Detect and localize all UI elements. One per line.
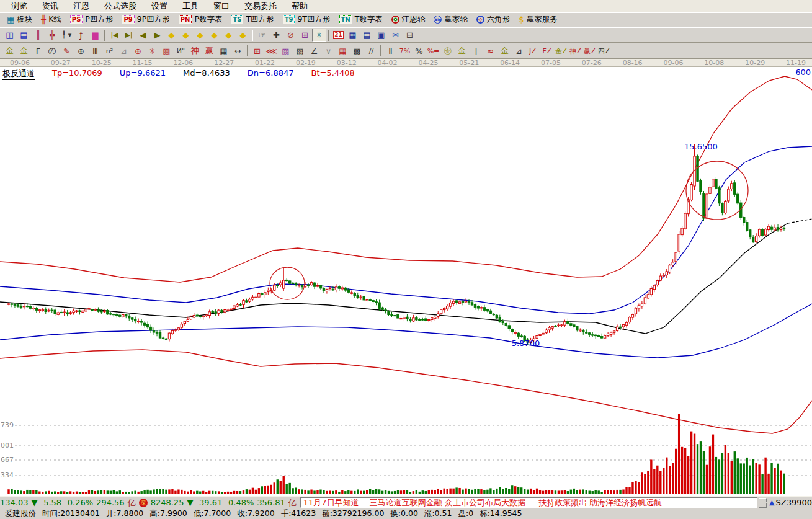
hspan-icon[interactable]: ↔ bbox=[231, 45, 245, 58]
winner-service-button[interactable]: $赢家服务 bbox=[514, 13, 561, 26]
diamond-expand-icon[interactable]: ◆ bbox=[221, 29, 236, 42]
menu-item-8[interactable]: 帮助 bbox=[284, 0, 315, 13]
square-web-icon[interactable]: ▩ bbox=[159, 45, 174, 58]
gold-circle-icon[interactable]: ㊎ bbox=[440, 45, 455, 58]
formula-manager-icon[interactable]: ƒ bbox=[74, 29, 88, 42]
menu-item-1[interactable]: 资讯 bbox=[35, 0, 66, 13]
next-bar-icon[interactable]: ▶ bbox=[150, 29, 164, 42]
gann-frame-icon[interactable]: ⊞ bbox=[298, 29, 312, 42]
sector-button[interactable]: ▦板块 bbox=[2, 13, 37, 26]
angle-l-icon[interactable]: ⊿ bbox=[512, 45, 526, 58]
chart-pane[interactable]: 极反通道 Tp=10.7069Up=9.6621Md=8.4633Dn=6.88… bbox=[0, 67, 812, 496]
menu-item-0[interactable]: 浏览 bbox=[4, 0, 35, 13]
scale-candles-icon[interactable]: Ⅱ bbox=[383, 45, 398, 58]
candle-body bbox=[323, 288, 324, 291]
send-mail-icon[interactable]: ✉ bbox=[388, 29, 403, 42]
percent-icon[interactable]: % bbox=[412, 45, 426, 58]
hexagon-button[interactable]: ◇六角形 bbox=[472, 13, 515, 26]
spiral-icon[interactable]: の bbox=[45, 45, 60, 58]
t9-square-button[interactable]: T99T四方形 bbox=[279, 13, 335, 26]
menu-item-6[interactable]: 窗口 bbox=[206, 0, 237, 13]
p-number-button[interactable]: PNP数字表 bbox=[174, 13, 227, 26]
percent-level-icon[interactable]: %= bbox=[426, 45, 440, 58]
ticker-scroll-control[interactable]: ---- bbox=[759, 498, 767, 508]
diamond-right-icon[interactable]: ◆ bbox=[179, 29, 193, 42]
time-circle-icon[interactable]: ⊕ bbox=[74, 45, 88, 58]
price-chart-canvas[interactable] bbox=[0, 67, 812, 496]
diamond-both-icon[interactable]: ◆ bbox=[193, 29, 207, 42]
wave-abc-icon[interactable]: ≈ bbox=[483, 45, 497, 58]
gold-level-icon[interactable]: 金 bbox=[455, 45, 469, 58]
fan-box-purple-icon[interactable]: ▨ bbox=[279, 45, 293, 58]
memo-icon[interactable]: ▤ bbox=[360, 29, 374, 42]
menu-item-5[interactable]: 工具 bbox=[175, 0, 206, 13]
percent-retrace-icon[interactable]: 7% bbox=[398, 45, 412, 58]
j-angle-icon[interactable]: J∠ bbox=[526, 45, 540, 58]
dark-grid-icon[interactable]: ▩ bbox=[350, 45, 364, 58]
winner-wheel-button[interactable]: Big赢家轮 bbox=[429, 13, 472, 26]
quote-angle-icon[interactable]: И" bbox=[174, 45, 188, 58]
smart-analysis-icon[interactable]: ✳ bbox=[312, 29, 326, 42]
news-ticker[interactable]: 11月7日早知道 三马论道互联网金融 众上市公司布局大数据 扶持政策频出 助海洋… bbox=[300, 497, 757, 508]
grid-123-icon[interactable]: ▦ bbox=[216, 45, 231, 58]
annotate-icon[interactable]: † bbox=[469, 45, 483, 58]
volume-bar bbox=[468, 489, 470, 494]
diamond-left-icon[interactable]: ◆ bbox=[164, 29, 179, 42]
ticker-down-button[interactable]: -- bbox=[759, 503, 767, 508]
fan-lines-icon[interactable]: ⋘ bbox=[264, 45, 279, 58]
four-angle-icon[interactable]: 四∠ bbox=[597, 45, 612, 58]
f-ruler-icon[interactable]: F bbox=[31, 45, 45, 58]
parallel-lines-icon[interactable]: // bbox=[364, 45, 378, 58]
gold-angle-icon[interactable]: 金∠ bbox=[555, 45, 569, 58]
menu-item-4[interactable]: 设置 bbox=[144, 0, 175, 13]
gold-gann-1-icon[interactable]: 金 bbox=[2, 45, 17, 58]
ying-tool-icon[interactable]: 赢 bbox=[202, 45, 216, 58]
fan-box-icon[interactable]: ▧ bbox=[293, 45, 307, 58]
angle-mirror-icon[interactable]: ⊿ bbox=[117, 45, 131, 58]
t-number-button[interactable]: TNT数字表 bbox=[335, 13, 387, 26]
gold-channel-icon[interactable]: 金 bbox=[497, 45, 512, 58]
n2-ruler-icon[interactable]: n² bbox=[102, 45, 117, 58]
shen-angle-icon[interactable]: 神∠ bbox=[569, 45, 583, 58]
erase-mark-icon[interactable]: ⊘ bbox=[283, 29, 298, 42]
red-grid-icon[interactable]: ▦ bbox=[336, 45, 350, 58]
gann-pen-icon[interactable]: ✎ bbox=[60, 45, 74, 58]
ying-angle-icon[interactable]: 赢∠ bbox=[583, 45, 597, 58]
kline-button[interactable]: ╫K线 bbox=[37, 13, 66, 26]
box-range-icon[interactable]: ⊞ bbox=[250, 45, 264, 58]
calendar-icon[interactable]: 21 bbox=[331, 29, 346, 42]
print-icon[interactable]: ⊟ bbox=[403, 29, 417, 42]
star-web-icon[interactable]: ✳ bbox=[145, 45, 159, 58]
crosshair-icon[interactable]: ✚ bbox=[269, 29, 283, 42]
angle-rays-icon[interactable]: ∠ bbox=[307, 45, 321, 58]
kline-9-icon[interactable]: ╬ bbox=[45, 29, 60, 42]
ticker-up-button[interactable]: -- bbox=[759, 498, 767, 503]
candle-style-dropdown-icon[interactable]: ╿ ▾ bbox=[60, 29, 74, 42]
p9-square-button[interactable]: P99P四方形 bbox=[117, 13, 174, 26]
chart-window-icon[interactable]: ◫ bbox=[2, 29, 17, 42]
diamond-move-icon[interactable]: ◆ bbox=[236, 29, 250, 42]
circle-cross-icon[interactable]: ⊕ bbox=[131, 45, 145, 58]
zigzag-icon[interactable]: ∨ bbox=[321, 45, 336, 58]
shen-tool-icon[interactable]: 神 bbox=[188, 45, 202, 58]
ruler-ticks-icon[interactable]: Ⅲ bbox=[88, 45, 102, 58]
volume-bars-icon[interactable]: ▆ bbox=[88, 29, 102, 42]
first-bar-icon[interactable]: |◀ bbox=[107, 29, 122, 42]
gann-wheel-button[interactable]: 江恩轮 bbox=[387, 13, 430, 26]
f-angle-icon[interactable]: F∠ bbox=[540, 45, 555, 58]
quote-board-icon[interactable]: ▤ bbox=[17, 29, 31, 42]
candle-body bbox=[35, 308, 37, 311]
diamond-compress-icon[interactable]: ◆ bbox=[207, 29, 221, 42]
menu-item-3[interactable]: 公式选股 bbox=[97, 0, 144, 13]
menu-item-7[interactable]: 交易委托 bbox=[237, 0, 284, 13]
kline-3-icon[interactable]: ╫ bbox=[31, 29, 45, 42]
p-square-button[interactable]: PSP四方形 bbox=[66, 13, 118, 26]
gold-gann-2-icon[interactable]: 金 bbox=[17, 45, 31, 58]
t-square-button[interactable]: TST四方形 bbox=[226, 13, 278, 26]
save-icon[interactable]: ▣ bbox=[374, 29, 388, 42]
calculator-icon[interactable]: ▦ bbox=[346, 29, 360, 42]
hand-drag-icon[interactable]: ☞ bbox=[255, 29, 269, 42]
menu-item-2[interactable]: 江恩 bbox=[66, 0, 97, 13]
last-bar-icon[interactable]: ▶| bbox=[122, 29, 136, 42]
prev-bar-icon[interactable]: ◀ bbox=[136, 29, 150, 42]
